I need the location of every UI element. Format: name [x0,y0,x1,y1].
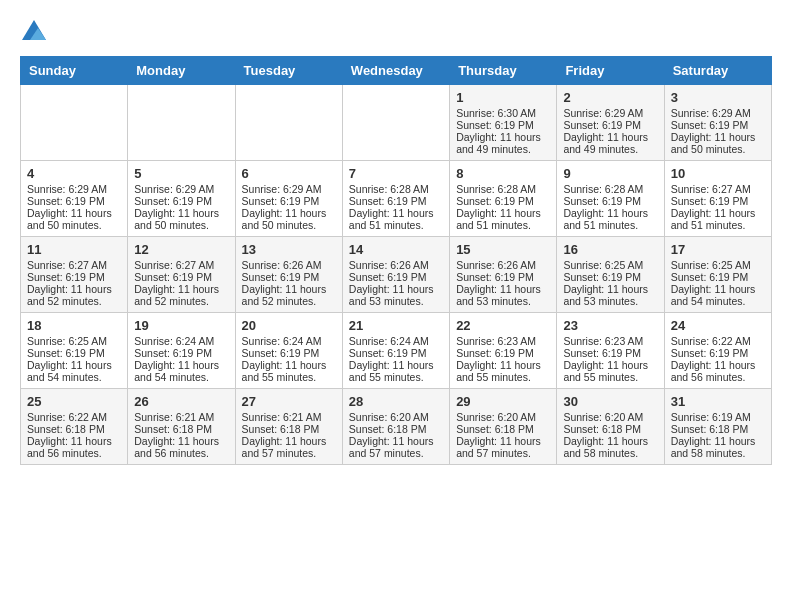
day-info-line: Daylight: 11 hours and 49 minutes. [456,131,550,155]
day-info-line: Daylight: 11 hours and 50 minutes. [242,207,336,231]
col-header-sunday: Sunday [21,57,128,85]
day-info-line: Daylight: 11 hours and 54 minutes. [27,359,121,383]
day-info-line: Daylight: 11 hours and 55 minutes. [456,359,550,383]
calendar-cell: 23Sunrise: 6:23 AMSunset: 6:19 PMDayligh… [557,313,664,389]
day-number: 31 [671,394,765,409]
calendar-cell: 27Sunrise: 6:21 AMSunset: 6:18 PMDayligh… [235,389,342,465]
calendar-cell [235,85,342,161]
day-number: 17 [671,242,765,257]
calendar-cell [128,85,235,161]
calendar-cell: 18Sunrise: 6:25 AMSunset: 6:19 PMDayligh… [21,313,128,389]
day-number: 26 [134,394,228,409]
day-number: 16 [563,242,657,257]
day-info-line: Sunset: 6:19 PM [456,347,550,359]
calendar-cell: 17Sunrise: 6:25 AMSunset: 6:19 PMDayligh… [664,237,771,313]
day-info-line: Sunset: 6:18 PM [456,423,550,435]
day-info-line: Daylight: 11 hours and 55 minutes. [349,359,443,383]
day-info-line: Daylight: 11 hours and 57 minutes. [242,435,336,459]
calendar-cell: 6Sunrise: 6:29 AMSunset: 6:19 PMDaylight… [235,161,342,237]
day-info-line: Daylight: 11 hours and 54 minutes. [671,283,765,307]
calendar-cell: 22Sunrise: 6:23 AMSunset: 6:19 PMDayligh… [450,313,557,389]
day-info-line: Daylight: 11 hours and 50 minutes. [134,207,228,231]
day-info-line: Sunrise: 6:20 AM [456,411,550,423]
day-info-line: Daylight: 11 hours and 58 minutes. [671,435,765,459]
day-info-line: Sunset: 6:19 PM [563,271,657,283]
day-info-line: Daylight: 11 hours and 56 minutes. [134,435,228,459]
day-info-line: Daylight: 11 hours and 52 minutes. [134,283,228,307]
col-header-wednesday: Wednesday [342,57,449,85]
day-info-line: Sunset: 6:18 PM [563,423,657,435]
page-header [20,20,772,40]
col-header-thursday: Thursday [450,57,557,85]
day-info-line: Sunset: 6:19 PM [134,195,228,207]
day-info-line: Sunset: 6:19 PM [671,119,765,131]
calendar-cell: 29Sunrise: 6:20 AMSunset: 6:18 PMDayligh… [450,389,557,465]
calendar-cell: 13Sunrise: 6:26 AMSunset: 6:19 PMDayligh… [235,237,342,313]
day-number: 15 [456,242,550,257]
day-number: 25 [27,394,121,409]
day-info-line: Sunset: 6:19 PM [456,195,550,207]
day-number: 3 [671,90,765,105]
day-info-line: Sunrise: 6:27 AM [134,259,228,271]
logo [20,20,46,40]
day-info-line: Sunset: 6:19 PM [456,271,550,283]
day-info-line: Sunrise: 6:30 AM [456,107,550,119]
day-info-line: Sunrise: 6:23 AM [563,335,657,347]
calendar-week-row: 25Sunrise: 6:22 AMSunset: 6:18 PMDayligh… [21,389,772,465]
day-info-line: Sunrise: 6:22 AM [671,335,765,347]
day-info-line: Sunset: 6:19 PM [242,195,336,207]
day-number: 14 [349,242,443,257]
calendar-cell: 7Sunrise: 6:28 AMSunset: 6:19 PMDaylight… [342,161,449,237]
day-info-line: Daylight: 11 hours and 51 minutes. [456,207,550,231]
day-info-line: Sunrise: 6:29 AM [242,183,336,195]
day-info-line: Sunrise: 6:26 AM [349,259,443,271]
calendar-week-row: 1Sunrise: 6:30 AMSunset: 6:19 PMDaylight… [21,85,772,161]
calendar-cell: 19Sunrise: 6:24 AMSunset: 6:19 PMDayligh… [128,313,235,389]
day-number: 9 [563,166,657,181]
day-number: 22 [456,318,550,333]
calendar-cell: 14Sunrise: 6:26 AMSunset: 6:19 PMDayligh… [342,237,449,313]
calendar-cell: 31Sunrise: 6:19 AMSunset: 6:18 PMDayligh… [664,389,771,465]
day-number: 27 [242,394,336,409]
calendar-cell [342,85,449,161]
col-header-friday: Friday [557,57,664,85]
calendar-cell: 2Sunrise: 6:29 AMSunset: 6:19 PMDaylight… [557,85,664,161]
calendar-header-row: SundayMondayTuesdayWednesdayThursdayFrid… [21,57,772,85]
day-info-line: Sunset: 6:18 PM [671,423,765,435]
day-info-line: Daylight: 11 hours and 57 minutes. [349,435,443,459]
day-number: 29 [456,394,550,409]
day-info-line: Daylight: 11 hours and 51 minutes. [349,207,443,231]
calendar-cell: 21Sunrise: 6:24 AMSunset: 6:19 PMDayligh… [342,313,449,389]
calendar-cell: 25Sunrise: 6:22 AMSunset: 6:18 PMDayligh… [21,389,128,465]
day-info-line: Sunrise: 6:28 AM [349,183,443,195]
day-info-line: Daylight: 11 hours and 58 minutes. [563,435,657,459]
day-number: 30 [563,394,657,409]
day-info-line: Daylight: 11 hours and 52 minutes. [242,283,336,307]
day-info-line: Daylight: 11 hours and 55 minutes. [563,359,657,383]
calendar-cell: 24Sunrise: 6:22 AMSunset: 6:19 PMDayligh… [664,313,771,389]
day-info-line: Sunrise: 6:24 AM [134,335,228,347]
logo-icon [22,20,46,40]
day-info-line: Sunrise: 6:19 AM [671,411,765,423]
day-info-line: Sunset: 6:18 PM [134,423,228,435]
calendar-cell: 8Sunrise: 6:28 AMSunset: 6:19 PMDaylight… [450,161,557,237]
day-info-line: Sunset: 6:19 PM [456,119,550,131]
day-number: 13 [242,242,336,257]
day-info-line: Sunset: 6:18 PM [242,423,336,435]
calendar-cell: 3Sunrise: 6:29 AMSunset: 6:19 PMDaylight… [664,85,771,161]
day-info-line: Daylight: 11 hours and 56 minutes. [671,359,765,383]
day-info-line: Sunrise: 6:21 AM [134,411,228,423]
day-info-line: Sunset: 6:19 PM [671,271,765,283]
day-info-line: Daylight: 11 hours and 56 minutes. [27,435,121,459]
calendar-cell: 5Sunrise: 6:29 AMSunset: 6:19 PMDaylight… [128,161,235,237]
day-number: 1 [456,90,550,105]
day-info-line: Sunrise: 6:25 AM [671,259,765,271]
col-header-saturday: Saturday [664,57,771,85]
day-number: 21 [349,318,443,333]
day-info-line: Daylight: 11 hours and 51 minutes. [563,207,657,231]
day-info-line: Sunset: 6:19 PM [242,271,336,283]
calendar-cell [21,85,128,161]
day-number: 4 [27,166,121,181]
day-number: 23 [563,318,657,333]
day-number: 28 [349,394,443,409]
